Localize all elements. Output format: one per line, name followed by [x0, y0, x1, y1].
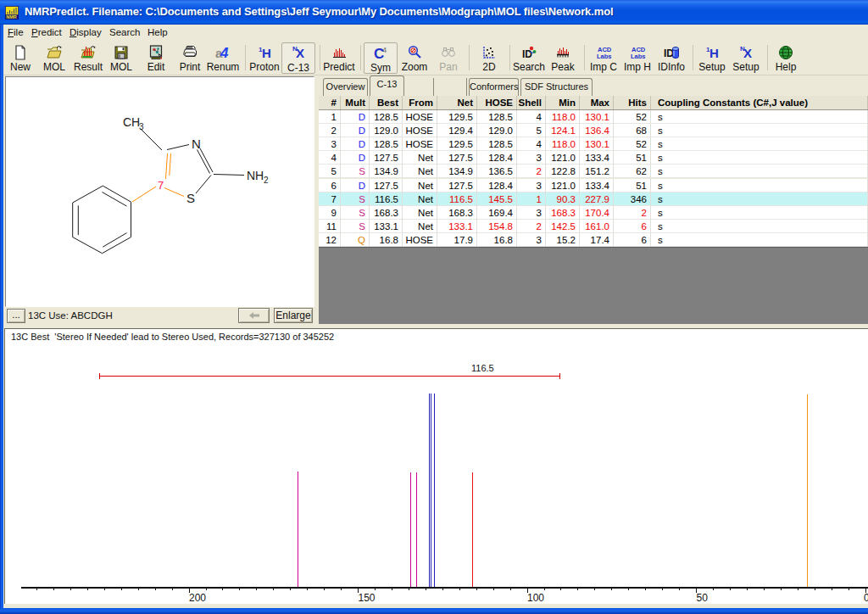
svg-text:CH: CH [123, 115, 140, 129]
svg-text:4: 4 [220, 45, 229, 61]
svg-text:2: 2 [264, 176, 269, 185]
svg-text:N: N [192, 137, 201, 151]
svg-text:X: X [296, 46, 304, 60]
svg-text:3: 3 [139, 122, 144, 131]
svg-text:50: 50 [697, 592, 709, 604]
svg-text:100: 100 [527, 592, 544, 604]
svg-text:NMR: NMR [6, 14, 17, 20]
svg-text:S: S [186, 191, 195, 205]
svg-text:200: 200 [189, 592, 206, 604]
svg-text:150: 150 [359, 592, 376, 604]
svg-text:7: 7 [158, 179, 164, 192]
svg-text:0: 0 [864, 592, 868, 604]
svg-text:NH: NH [247, 169, 264, 182]
svg-text:H: H [262, 46, 271, 60]
svg-text:116.5: 116.5 [471, 363, 494, 373]
